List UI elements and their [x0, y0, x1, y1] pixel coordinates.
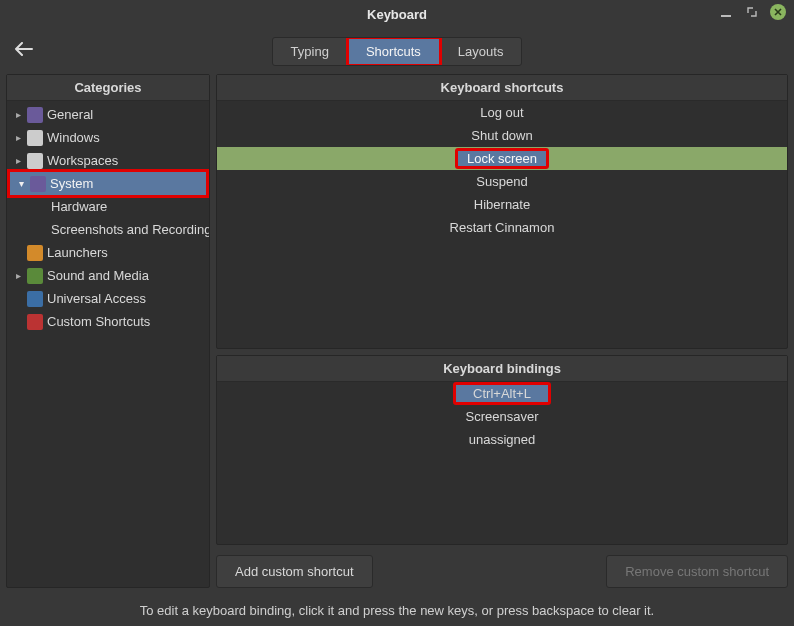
binding-item[interactable]: Ctrl+Alt+L — [217, 382, 787, 405]
shortcut-item[interactable]: Shut down — [217, 124, 787, 147]
category-label: Windows — [47, 130, 100, 145]
binding-item[interactable]: unassigned — [217, 428, 787, 451]
shortcut-label: Lock screen — [457, 150, 547, 167]
category-item-system[interactable]: ▾System — [10, 172, 206, 195]
categories-header: Categories — [7, 75, 209, 101]
shortcut-item[interactable]: Lock screen — [217, 147, 787, 170]
category-icon — [27, 314, 43, 330]
tab-shortcuts[interactable]: Shortcuts — [348, 38, 440, 65]
shortcuts-panel: Keyboard shortcuts Log outShut downLock … — [216, 74, 788, 349]
category-item-custom-shortcuts[interactable]: Custom Shortcuts — [7, 310, 209, 333]
category-icon — [30, 176, 46, 192]
spacer — [381, 555, 599, 588]
window-controls — [718, 4, 786, 20]
chevron-right-icon[interactable]: ▸ — [13, 270, 23, 281]
category-item-launchers[interactable]: Launchers — [7, 241, 209, 264]
bindings-panel: Keyboard bindings Ctrl+Alt+LScreensaveru… — [216, 355, 788, 545]
category-label: Launchers — [47, 245, 108, 260]
minimize-button[interactable] — [718, 4, 734, 20]
category-tree[interactable]: ▸General▸Windows▸Workspaces▾SystemHardwa… — [7, 101, 209, 587]
categories-panel: Categories ▸General▸Windows▸Workspaces▾S… — [6, 74, 210, 588]
binding-label: Screensaver — [466, 409, 539, 424]
chevron-right-icon[interactable]: ▸ — [13, 109, 23, 120]
shortcut-label: Shut down — [471, 128, 532, 143]
shortcut-item[interactable]: Suspend — [217, 170, 787, 193]
tab-bar: TypingShortcutsLayouts — [272, 37, 523, 66]
tab-layouts[interactable]: Layouts — [440, 38, 522, 65]
category-label: General — [47, 107, 93, 122]
right-column: Keyboard shortcuts Log outShut downLock … — [216, 74, 788, 588]
category-icon — [27, 268, 43, 284]
close-button[interactable] — [770, 4, 786, 20]
category-icon — [27, 130, 43, 146]
binding-list[interactable]: Ctrl+Alt+LScreensaverunassigned — [217, 382, 787, 544]
category-item-windows[interactable]: ▸Windows — [7, 126, 209, 149]
tab-label: Shortcuts — [366, 44, 421, 59]
toolbar: TypingShortcutsLayouts — [0, 28, 794, 74]
category-item-universal-access[interactable]: Universal Access — [7, 287, 209, 310]
remove-custom-shortcut-button: Remove custom shortcut — [606, 555, 788, 588]
shortcuts-header: Keyboard shortcuts — [217, 75, 787, 101]
titlebar: Keyboard — [0, 0, 794, 28]
category-item-general[interactable]: ▸General — [7, 103, 209, 126]
category-label: Screenshots and Recording — [51, 222, 209, 237]
category-item-hardware[interactable]: Hardware — [7, 195, 209, 218]
chevron-right-icon[interactable]: ▸ — [13, 132, 23, 143]
shortcut-item[interactable]: Hibernate — [217, 193, 787, 216]
bindings-header: Keyboard bindings — [217, 356, 787, 382]
back-button[interactable] — [14, 42, 34, 59]
category-label: Hardware — [51, 199, 107, 214]
category-label: Custom Shortcuts — [47, 314, 150, 329]
svg-rect-0 — [721, 15, 731, 17]
tab-label: Typing — [291, 44, 329, 59]
window-title: Keyboard — [367, 7, 427, 22]
category-label: Sound and Media — [47, 268, 149, 283]
category-label: Universal Access — [47, 291, 146, 306]
category-icon — [27, 291, 43, 307]
shortcut-list[interactable]: Log outShut downLock screenSuspendHibern… — [217, 101, 787, 348]
shortcut-label: Log out — [480, 105, 523, 120]
highlight-box: ▾System — [7, 169, 209, 198]
category-icon — [27, 153, 43, 169]
binding-label: unassigned — [469, 432, 536, 447]
add-custom-shortcut-button[interactable]: Add custom shortcut — [216, 555, 373, 588]
category-label: Workspaces — [47, 153, 118, 168]
tab-label: Layouts — [458, 44, 504, 59]
shortcut-item[interactable]: Restart Cinnamon — [217, 216, 787, 239]
category-label: System — [50, 176, 93, 191]
shortcut-label: Restart Cinnamon — [450, 220, 555, 235]
shortcut-item[interactable]: Log out — [217, 101, 787, 124]
chevron-down-icon[interactable]: ▾ — [16, 178, 26, 189]
category-item-sound-and-media[interactable]: ▸Sound and Media — [7, 264, 209, 287]
chevron-right-icon[interactable]: ▸ — [13, 155, 23, 166]
maximize-button[interactable] — [744, 4, 760, 20]
button-row: Add custom shortcut Remove custom shortc… — [216, 551, 788, 588]
shortcut-label: Suspend — [476, 174, 527, 189]
binding-item[interactable]: Screensaver — [217, 405, 787, 428]
category-icon — [27, 107, 43, 123]
category-icon — [27, 245, 43, 261]
shortcut-label: Hibernate — [474, 197, 530, 212]
hint-text: To edit a keyboard binding, click it and… — [0, 594, 794, 626]
binding-label: Ctrl+Alt+L — [455, 384, 549, 403]
content-area: Categories ▸General▸Windows▸Workspaces▾S… — [0, 74, 794, 594]
tab-typing[interactable]: Typing — [273, 38, 348, 65]
category-item-screenshots-and-recording[interactable]: Screenshots and Recording — [7, 218, 209, 241]
